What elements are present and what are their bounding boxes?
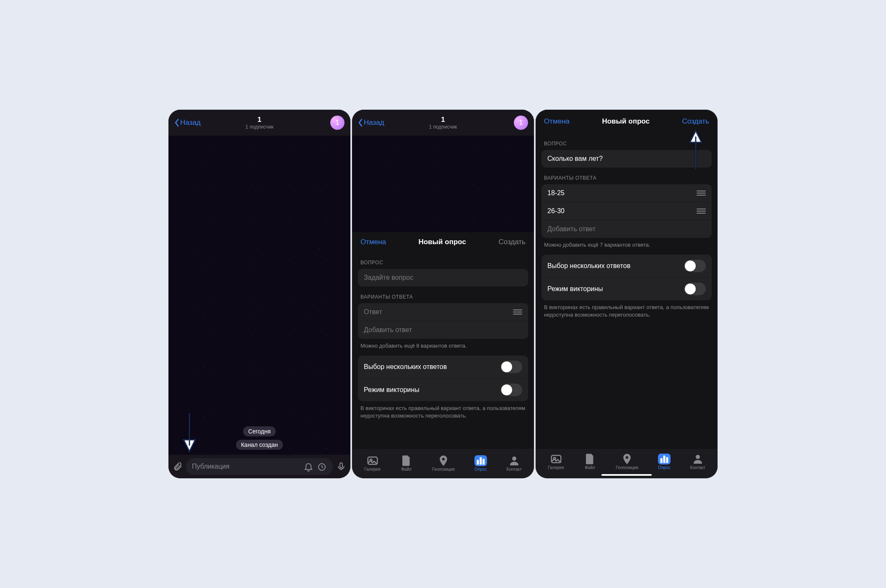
compose-bar: Публикация [168, 455, 350, 478]
nav-bar: Назад 1 1 подписчик 1 [168, 110, 350, 136]
date-pill: Сегодня [243, 426, 276, 436]
tab-contact[interactable]: Контакт [690, 454, 705, 470]
avatar[interactable]: 1 [330, 116, 345, 130]
answer-text: 18-25 [547, 189, 565, 197]
location-icon [437, 455, 450, 466]
svg-point-4 [442, 458, 445, 460]
back-label: Назад [364, 119, 384, 127]
svg-point-8 [512, 456, 516, 461]
location-icon [621, 454, 633, 464]
svg-point-11 [626, 456, 628, 459]
sheet-body: ВОПРОС Сколько вам лет? ВАРИАНТЫ ОТВЕТА … [536, 133, 718, 449]
add-answer-button[interactable]: Добавить ответ [358, 321, 528, 339]
answer-row[interactable]: 18-25 [541, 184, 712, 202]
question-section-label: ВОПРОС [536, 133, 718, 150]
poll-icon [474, 455, 487, 466]
create-button[interactable]: Создать [682, 117, 709, 126]
drag-handle-icon[interactable] [697, 209, 706, 214]
timer-icon[interactable] [317, 462, 327, 472]
answer-row[interactable]: 26-30 [541, 202, 712, 220]
svg-rect-14 [666, 457, 668, 463]
cancel-button[interactable]: Отмена [544, 117, 570, 126]
compose-placeholder: Публикация [192, 463, 229, 470]
attach-icon[interactable] [173, 462, 183, 472]
svg-rect-1 [340, 463, 342, 468]
system-pill: Канал создан [236, 440, 283, 450]
quiz-note: В викторинах есть правильный вариант отв… [536, 300, 718, 320]
gallery-icon [550, 454, 562, 464]
back-button[interactable]: Назад [358, 119, 384, 127]
file-icon [400, 455, 413, 466]
back-button[interactable]: Назад [174, 119, 201, 127]
answers-remaining-note: Можно добавить ещё 8 вариантов ответа. [352, 339, 534, 351]
contact-icon [508, 455, 521, 466]
multiple-choice-toggle[interactable] [500, 361, 522, 373]
quiz-mode-toggle[interactable] [500, 384, 522, 396]
question-input[interactable]: Сколько вам лет? [541, 150, 712, 168]
drag-handle-icon[interactable] [513, 309, 522, 315]
multiple-choice-toggle[interactable] [684, 260, 706, 272]
pane-chat: Назад 1 1 подписчик 1 Сегодня Канал созд… [168, 110, 350, 478]
svg-rect-6 [480, 457, 482, 464]
quiz-mode-row: Режим викторины [541, 278, 712, 300]
answers-section-label: ВАРИАНТЫ ОТВЕТА [536, 168, 718, 184]
sheet-title: Новый опрос [602, 117, 649, 126]
question-input[interactable]: Задайте вопрос [358, 269, 528, 286]
add-answer-button[interactable]: Добавить ответ [541, 220, 712, 238]
gallery-icon [366, 455, 379, 466]
chevron-left-icon [358, 119, 363, 127]
back-label: Назад [180, 119, 201, 127]
sheet-title: Новый опрос [418, 238, 466, 246]
home-indicator[interactable] [601, 474, 652, 476]
tab-file[interactable]: Файл [584, 454, 596, 470]
mic-icon[interactable] [336, 462, 346, 472]
avatar[interactable]: 1 [514, 116, 528, 130]
poll-icon [658, 454, 671, 464]
quiz-mode-label: Режим викторины [364, 386, 420, 394]
question-section-label: ВОПРОС [352, 252, 534, 269]
svg-rect-12 [661, 458, 662, 462]
cancel-button[interactable]: Отмена [360, 238, 386, 246]
compose-input[interactable]: Публикация [186, 458, 333, 475]
tab-gallery[interactable]: Галерея [364, 455, 380, 472]
tab-contact[interactable]: Контакт [507, 455, 522, 472]
quiz-mode-row: Режим викторины [358, 379, 528, 401]
svg-rect-5 [477, 460, 479, 464]
quiz-mode-toggle[interactable] [684, 283, 706, 295]
sheet-header: Отмена Новый опрос Создать [536, 110, 718, 133]
tab-poll[interactable]: Опрос [658, 454, 671, 470]
svg-point-15 [696, 455, 700, 459]
bell-icon[interactable] [303, 462, 313, 472]
chat-backdrop [352, 136, 534, 232]
attachment-tabbar: Галерея Файл Геопозиция Опрос Контакт [352, 449, 534, 478]
svg-rect-13 [663, 456, 665, 462]
answers-section-label: ВАРИАНТЫ ОТВЕТА [352, 286, 534, 303]
tab-gallery[interactable]: Галерея [548, 454, 564, 470]
answer-input[interactable]: Ответ [358, 303, 528, 321]
multiple-choice-row: Выбор нескольких ответов [358, 356, 528, 379]
pane-poll-empty: Назад 1 1 подписчик 1 Отмена Новый опрос… [352, 110, 534, 478]
tab-poll[interactable]: Опрос [474, 455, 487, 472]
quiz-note: В викторинах есть правильный вариант отв… [352, 401, 534, 421]
sheet-header: Отмена Новый опрос Создать [352, 232, 534, 252]
tab-location[interactable]: Геопозиция [432, 455, 455, 472]
multiple-choice-label: Выбор нескольких ответов [547, 262, 630, 270]
multiple-choice-label: Выбор нескольких ответов [364, 363, 447, 371]
sheet-body: ВОПРОС Задайте вопрос ВАРИАНТЫ ОТВЕТА От… [352, 252, 534, 449]
svg-rect-7 [483, 459, 484, 464]
answers-remaining-note: Можно добавить ещё 7 вариантов ответа. [536, 238, 718, 250]
multiple-choice-row: Выбор нескольких ответов [541, 255, 712, 278]
answer-text: 26-30 [547, 207, 565, 215]
nav-bar: Назад 1 1 подписчик 1 [352, 110, 534, 136]
answer-placeholder: Ответ [364, 308, 382, 316]
quiz-mode-label: Режим викторины [547, 285, 603, 293]
chat-body[interactable]: Сегодня Канал создан [168, 136, 350, 455]
contact-icon [692, 454, 704, 464]
create-button[interactable]: Создать [498, 238, 526, 246]
tab-file[interactable]: Файл [400, 455, 413, 472]
pane-poll-filled: Отмена Новый опрос Создать ВОПРОС Скольк… [536, 110, 718, 478]
file-icon [584, 454, 596, 464]
chevron-left-icon [174, 119, 179, 127]
drag-handle-icon[interactable] [697, 191, 706, 196]
tab-location[interactable]: Геопозиция [616, 454, 638, 470]
